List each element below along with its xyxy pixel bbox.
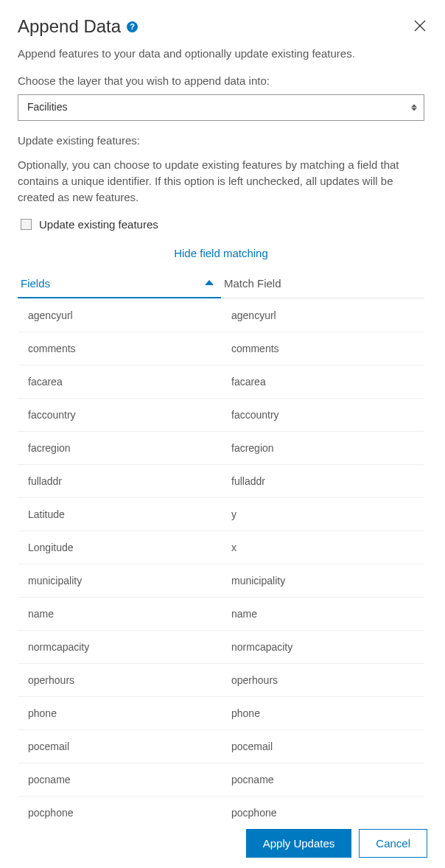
title-text: Append Data	[18, 16, 121, 37]
match-field-cell: normcapacity	[221, 631, 424, 663]
update-description: Optionally, you can choose to update exi…	[18, 157, 424, 205]
update-checkbox-row: Update existing features	[18, 218, 424, 231]
update-existing-checkbox[interactable]	[21, 219, 32, 230]
layer-select-wrap: Facilities	[18, 94, 424, 121]
match-field-cell: pocphone	[221, 797, 424, 819]
cancel-button[interactable]: Cancel	[359, 829, 427, 858]
match-field-cell: pocname	[221, 763, 424, 796]
help-icon[interactable]: ?	[127, 21, 138, 32]
table-row[interactable]: normcapacitynormcapacity	[18, 631, 424, 664]
field-name-cell: Latitude	[18, 498, 221, 531]
field-name-cell: pocphone	[18, 797, 221, 819]
field-name-cell: fulladdr	[18, 465, 221, 497]
table-row[interactable]: faccountryfaccountry	[18, 399, 424, 432]
layer-prompt: Choose the layer that you wish to append…	[18, 74, 424, 87]
field-name-cell: agencyurl	[18, 299, 221, 332]
fields-column-header[interactable]: Fields	[18, 270, 221, 298]
panel-footer: Apply Updates Cancel	[0, 819, 445, 868]
field-name-cell: comments	[18, 332, 221, 365]
match-field-cell: name	[221, 598, 424, 630]
sort-ascending-icon	[205, 280, 214, 285]
toggle-field-matching-link[interactable]: Hide field matching	[174, 247, 268, 259]
table-row[interactable]: operhoursoperhours	[18, 664, 424, 697]
field-name-cell: name	[18, 598, 221, 630]
close-icon[interactable]	[413, 18, 427, 35]
match-column-header[interactable]: Match Field	[221, 270, 424, 298]
match-field-cell: x	[221, 531, 424, 564]
field-name-cell: municipality	[18, 564, 221, 597]
field-name-cell: phone	[18, 697, 221, 729]
field-table-header: Fields Match Field	[18, 270, 424, 299]
panel-header: Append Data ?	[0, 0, 445, 44]
match-field-cell: phone	[221, 697, 424, 729]
match-field-cell: fulladdr	[221, 465, 424, 497]
field-name-cell: facregion	[18, 432, 221, 464]
apply-updates-button[interactable]: Apply Updates	[246, 829, 352, 858]
toggle-link-row: Hide field matching	[18, 247, 424, 259]
match-field-cell: agencyurl	[221, 299, 424, 332]
match-field-cell: operhours	[221, 664, 424, 696]
match-field-cell: facregion	[221, 432, 424, 464]
match-field-cell: faccountry	[221, 399, 424, 431]
intro-text: Append features to your data and optiona…	[18, 47, 424, 60]
match-field-cell: y	[221, 498, 424, 531]
match-column-label: Match Field	[224, 277, 281, 290]
update-checkbox-label: Update existing features	[39, 218, 158, 231]
field-name-cell: pocname	[18, 763, 221, 796]
fields-column-label: Fields	[21, 277, 50, 290]
match-field-cell: comments	[221, 332, 424, 365]
table-row[interactable]: pocphonepocphone	[18, 797, 424, 819]
table-row[interactable]: commentscomments	[18, 332, 424, 365]
table-row[interactable]: municipalitymunicipality	[18, 564, 424, 598]
match-field-cell: facarea	[221, 365, 424, 398]
panel-title: Append Data ?	[18, 16, 138, 37]
match-field-cell: municipality	[221, 564, 424, 597]
table-row[interactable]: phonephone	[18, 697, 424, 730]
field-name-cell: normcapacity	[18, 631, 221, 663]
table-row[interactable]: facregionfacregion	[18, 432, 424, 465]
field-name-cell: faccountry	[18, 399, 221, 431]
scroll-area[interactable]: Append features to your data and optiona…	[0, 44, 442, 819]
table-row[interactable]: facareafacarea	[18, 365, 424, 399]
field-table-body: agencyurlagencyurlcommentscommentsfacare…	[18, 299, 424, 819]
layer-select[interactable]: Facilities	[18, 94, 424, 121]
table-row[interactable]: fulladdrfulladdr	[18, 465, 424, 498]
field-name-cell: pocemail	[18, 730, 221, 763]
field-name-cell: facarea	[18, 365, 221, 398]
table-row[interactable]: pocnamepocname	[18, 763, 424, 797]
field-name-cell: operhours	[18, 664, 221, 696]
update-heading: Update existing features:	[18, 134, 424, 147]
table-row[interactable]: Longitudex	[18, 531, 424, 564]
table-row[interactable]: agencyurlagencyurl	[18, 299, 424, 332]
match-field-cell: pocemail	[221, 730, 424, 763]
table-row[interactable]: Latitudey	[18, 498, 424, 531]
table-row[interactable]: namename	[18, 598, 424, 631]
field-name-cell: Longitude	[18, 531, 221, 564]
table-row[interactable]: pocemailpocemail	[18, 730, 424, 763]
append-data-panel: Append Data ? Append features to your da…	[0, 0, 445, 868]
